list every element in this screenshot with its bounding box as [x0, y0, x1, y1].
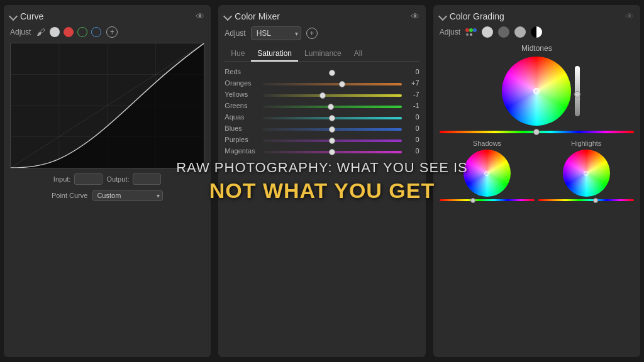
blue-channel-icon[interactable] [91, 27, 101, 37]
point-curve-select[interactable]: Custom Linear Medium Contrast Strong Con… [92, 190, 163, 201]
highlights-col: Highlights [538, 140, 634, 201]
output-label: Output: [106, 175, 129, 183]
shadows-hue-slider[interactable] [440, 199, 535, 201]
tab-all[interactable]: All [348, 47, 369, 62]
aquas-track[interactable] [263, 117, 401, 119]
magentas-label: Magentas [225, 147, 259, 155]
purples-track[interactable] [263, 140, 401, 142]
curve-header: Curve 👁 [10, 11, 204, 21]
svg-point-10 [466, 33, 469, 36]
paintbrush-icon[interactable]: 🖌 [36, 27, 46, 37]
purples-value: 0 [406, 136, 419, 143]
cg-title-row: Color Grading [440, 11, 504, 21]
tab-saturation[interactable]: Saturation [251, 47, 298, 62]
chevron-down-icon[interactable] [223, 12, 232, 21]
greens-thumb[interactable] [328, 104, 334, 110]
oranges-track[interactable] [263, 83, 401, 85]
input-label: Input: [53, 175, 71, 183]
yellows-row: Yellows -7 [225, 90, 419, 98]
midtones-wheel-container [440, 57, 634, 126]
chevron-down-icon[interactable] [9, 12, 18, 21]
curve-channel-icons: 🖌 [36, 27, 101, 37]
curve-panel-title: Curve [20, 11, 43, 21]
color-grading-header: Color Grading 👁 [440, 11, 634, 21]
color-mixer-panel: Color Mixer 👁 Adjust HSL HSB + Hue Satur… [218, 5, 425, 357]
shadows-hue-thumb[interactable] [470, 198, 475, 203]
aquas-thumb[interactable] [329, 115, 335, 121]
yellows-track[interactable] [263, 94, 401, 97]
tab-hue[interactable]: Hue [225, 47, 251, 62]
reds-thumb[interactable] [329, 70, 335, 76]
add-icon[interactable]: + [306, 28, 318, 39]
eye-icon[interactable]: 👁 [411, 11, 419, 21]
greens-value: -1 [406, 102, 419, 109]
cg-panel-title: Color Grading [450, 11, 504, 21]
magentas-track[interactable] [263, 151, 401, 153]
purples-thumb[interactable] [329, 138, 335, 144]
highlights-hue-slider[interactable] [538, 199, 634, 201]
panels-container: Curve 👁 Adjust 🖌 + [0, 0, 644, 362]
reds-label: Reds [225, 68, 259, 75]
adjust-label: Adjust [225, 29, 245, 38]
red-channel-icon[interactable] [64, 27, 74, 37]
blues-value: 0 [406, 124, 419, 132]
cg-adjust-label: Adjust [440, 28, 460, 36]
color-grading-panel: Color Grading 👁 Adjust Midtones [433, 5, 640, 357]
midtones-color-wheel[interactable] [502, 57, 571, 126]
cg-shadows-icon[interactable] [498, 26, 509, 38]
midtones-saturation-slider[interactable] [575, 66, 580, 116]
shadows-highlights-row: Shadows Highlights [440, 140, 634, 201]
color-mixer-title-row: Color Mixer [225, 11, 280, 21]
magentas-row: Magentas 0 [225, 147, 419, 155]
curve-title-row: Curve [10, 11, 43, 21]
hsl-select[interactable]: HSL HSB [251, 26, 301, 40]
add-point-icon[interactable]: + [106, 26, 118, 38]
greens-track[interactable] [263, 106, 401, 108]
curve-svg [11, 43, 204, 168]
color-mixer-header: Color Mixer 👁 [225, 11, 419, 21]
magentas-thumb[interactable] [329, 149, 335, 155]
eye-icon[interactable]: 👁 [196, 11, 204, 21]
yellows-thumb[interactable] [319, 92, 326, 99]
green-channel-icon[interactable] [77, 27, 87, 37]
highlights-color-wheel[interactable] [563, 150, 610, 197]
eye-icon[interactable]: 👁 [625, 11, 634, 21]
midtones-wheel-wrap [502, 57, 571, 126]
shadows-col: Shadows [440, 140, 535, 201]
mixer-tabs: Hue Saturation Luminance All [225, 47, 419, 62]
oranges-thumb[interactable] [339, 81, 345, 87]
point-curve-select-wrapper: Custom Linear Medium Contrast Strong Con… [92, 190, 163, 201]
tab-luminance[interactable]: Luminance [298, 47, 348, 62]
cg-all-icon[interactable] [482, 26, 493, 38]
output-field[interactable] [133, 173, 161, 185]
midtones-hue-slider[interactable] [440, 131, 634, 133]
input-field[interactable] [74, 173, 103, 185]
highlights-hue-thumb[interactable] [593, 198, 598, 203]
shadows-wheel-wrap [464, 150, 511, 197]
highlights-wheel-wrap [563, 150, 610, 197]
cg-contrast-icon[interactable] [531, 26, 542, 38]
curve-adjust-row: Adjust 🖌 + [10, 26, 204, 38]
shadows-label: Shadows [473, 140, 501, 147]
cg-highlights-icon[interactable] [514, 26, 526, 38]
highlights-wheel-dot[interactable] [584, 171, 589, 176]
shadows-color-wheel[interactable] [464, 150, 511, 197]
midtones-hue-thumb[interactable] [533, 129, 540, 135]
mixer-sliders: Reds 0 Oranges +7 Yellows [225, 68, 419, 157]
midtones-sat-thumb[interactable] [574, 91, 580, 97]
svg-point-7 [465, 28, 469, 32]
curve-canvas[interactable] [10, 43, 204, 168]
midtones-label: Midtones [440, 44, 634, 53]
chevron-down-icon[interactable] [438, 12, 447, 21]
blues-track[interactable] [263, 128, 401, 131]
yellows-label: Yellows [225, 90, 259, 98]
aquas-row: Aquas 0 [225, 113, 419, 121]
shadows-wheel-dot[interactable] [484, 171, 489, 176]
blues-thumb[interactable] [329, 126, 335, 133]
midtones-wheel-dot[interactable] [533, 88, 540, 94]
greens-row: Greens -1 [225, 102, 419, 109]
highlights-label: Highlights [571, 140, 601, 147]
white-channel-icon[interactable] [50, 27, 60, 37]
color-dots-icon[interactable] [465, 28, 477, 36]
svg-point-11 [470, 33, 472, 36]
